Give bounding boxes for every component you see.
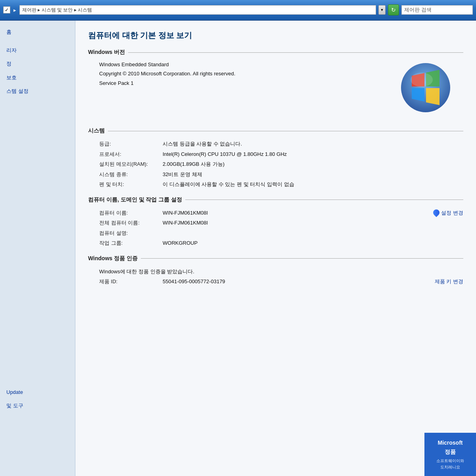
computer-value-1: WIN-FJM061KM08I bbox=[163, 219, 463, 227]
main-area: 홈 리자 정 보호 스템 설정 Update 및 도구 컴퓨터에 대한 기본 정… bbox=[0, 21, 476, 476]
address-dropdown-btn[interactable]: ▼ bbox=[378, 5, 386, 15]
windows-logo-icon bbox=[400, 62, 451, 113]
section-divider bbox=[128, 52, 463, 53]
windows-version-label: Windows 버전 bbox=[88, 49, 125, 56]
system-section-label: 시스템 bbox=[88, 127, 105, 134]
computer-section-divider bbox=[185, 200, 463, 200]
windows-logo-container bbox=[400, 62, 451, 115]
system-section: 시스템 bbox=[88, 127, 463, 134]
shield-icon bbox=[432, 208, 441, 217]
product-key-change-link[interactable]: 제품 키 변경 bbox=[435, 278, 463, 286]
svg-point-1 bbox=[411, 73, 433, 87]
content-area: 컴퓨터에 대한 기본 정보 보기 Windows 버전 Windows Embe… bbox=[75, 21, 476, 476]
system-label-0: 등급: bbox=[99, 140, 163, 148]
system-label-4: 펜 및 터치: bbox=[99, 180, 163, 188]
page-title: 컴퓨터에 대한 기본 정보 보기 bbox=[88, 30, 463, 41]
computer-row-3: 작업 그룹: WORKGROUP bbox=[99, 239, 463, 247]
sidebar-item-manager[interactable]: 리자 bbox=[0, 44, 75, 57]
activation-text: Windows에 대한 정품 인증을 받았습니다. bbox=[99, 268, 463, 276]
system-row-2: 설치된 메모리(RAM): 2.00GB(1.89GB 사용 가능) bbox=[99, 160, 463, 168]
activation-section-label: Windows 정품 인증 bbox=[88, 255, 138, 262]
computer-info-block: 컴퓨터 이름: WIN-FJM061KM08I 설정 변경 전체 컴퓨터 이름:… bbox=[88, 209, 463, 247]
computer-label-0: 컴퓨터 이름: bbox=[99, 209, 163, 217]
sidebar-item-system-settings[interactable]: 스템 설정 bbox=[0, 84, 75, 98]
content-wrapper: 컴퓨터에 대한 기본 정보 보기 Windows 버전 Windows Embe… bbox=[88, 30, 463, 286]
genuine-line1: Microsoft bbox=[428, 438, 472, 447]
system-row-3: 시스템 종류: 32비트 운영 체제 bbox=[99, 171, 463, 178]
windows-version-section: Windows 버전 bbox=[88, 49, 463, 56]
system-label-3: 시스템 종류: bbox=[99, 171, 163, 178]
activation-section: Windows 정품 인증 bbox=[88, 255, 463, 262]
computer-label-2: 컴퓨터 설명: bbox=[99, 229, 163, 237]
computer-row-1: 전체 컴퓨터 이름: WIN-FJM061KM08I bbox=[99, 219, 463, 227]
search-placeholder: 제어판 검색 bbox=[404, 6, 432, 13]
computer-row-0: 컴퓨터 이름: WIN-FJM061KM08I 설정 변경 bbox=[99, 209, 463, 217]
system-row-0: 등급: 시스템 등급을 사용할 수 없습니다. bbox=[99, 140, 463, 148]
system-row-1: 프로세서: Intel(R) Celeron(R) CPU 1037U @ 1.… bbox=[99, 150, 463, 158]
computer-value-0: WIN-FJM061KM08I bbox=[163, 209, 421, 217]
computer-value-2 bbox=[163, 229, 463, 237]
genuine-sub-line2: 도치레니요 bbox=[428, 464, 472, 470]
activation-section-divider bbox=[141, 258, 463, 259]
genuine-line2: 정품 bbox=[428, 447, 472, 456]
product-id-label: 제품 ID: bbox=[99, 278, 163, 286]
svg-point-0 bbox=[401, 63, 450, 112]
system-value-3: 32비트 운영 체제 bbox=[163, 171, 463, 178]
sidebar-item-tools[interactable]: 및 도구 bbox=[0, 399, 75, 413]
system-value-2: 2.00GB(1.89GB 사용 가능) bbox=[163, 160, 463, 168]
system-value-0: 시스템 등급을 사용할 수 없습니다. bbox=[163, 140, 463, 148]
sidebar-item-settings[interactable]: 정 bbox=[0, 57, 75, 71]
genuine-sub-line1: 소프트웨이이와 bbox=[428, 458, 472, 464]
refresh-button[interactable]: ↻ bbox=[388, 4, 399, 15]
system-label-1: 프로세서: bbox=[99, 150, 163, 158]
sidebar-item-update[interactable]: Update bbox=[0, 386, 75, 399]
activation-info-block: Windows에 대한 정품 인증을 받았습니다. 제품 ID: 55041-0… bbox=[88, 268, 463, 286]
activation-text-row: Windows에 대한 정품 인증을 받았습니다. bbox=[99, 268, 463, 276]
system-section-divider bbox=[108, 131, 463, 131]
computer-section: 컴퓨터 이름, 도메인 및 작업 그룹 설정 bbox=[88, 196, 463, 203]
address-text: 제어판 ▸ 시스템 및 보안 ▸ 시스템 bbox=[22, 7, 92, 13]
sidebar-item-protection[interactable]: 보호 bbox=[0, 71, 75, 84]
system-value-1: Intel(R) Celeron(R) CPU 1037U @ 1.80GHz … bbox=[163, 150, 463, 158]
computer-section-label: 컴퓨터 이름, 도메인 및 작업 그룹 설정 bbox=[88, 196, 182, 203]
search-box[interactable]: 제어판 검색 bbox=[401, 5, 473, 15]
computer-value-3: WORKGROUP bbox=[163, 239, 463, 247]
title-bar: ✓ ▸ 제어판 ▸ 시스템 및 보안 ▸ 시스템 ▼ ↻ 제어판 검색 bbox=[0, 0, 476, 21]
sidebar-item-home[interactable]: 홈 bbox=[0, 25, 75, 39]
settings-change-link[interactable]: 설정 변경 bbox=[433, 209, 463, 217]
genuine-sub: 소프트웨이이와 도치레니요 bbox=[428, 458, 472, 470]
address-bar[interactable]: 제어판 ▸ 시스템 및 보안 ▸ 시스템 bbox=[19, 5, 376, 15]
computer-label-1: 전체 컴퓨터 이름: bbox=[99, 219, 163, 227]
system-info-block: 등급: 시스템 등급을 사용할 수 없습니다. 프로세서: Intel(R) C… bbox=[88, 140, 463, 188]
product-id-row: 제품 ID: 55041-095-0005772-03179 제품 키 변경 bbox=[99, 278, 463, 286]
system-row-4: 펜 및 터치: 이 디스플레이에 사용할 수 있는 펜 및 터치식 입력이 없습 bbox=[99, 180, 463, 188]
sidebar: 홈 리자 정 보호 스템 설정 Update 및 도구 bbox=[0, 21, 75, 476]
ms-genuine-badge: Microsoft 정품 소프트웨이이와 도치레니요 bbox=[424, 433, 476, 476]
system-value-4: 이 디스플레이에 사용할 수 있는 펜 및 터치식 입력이 없습 bbox=[163, 180, 463, 188]
settings-change-label: 설정 변경 bbox=[441, 209, 463, 217]
system-label-2: 설치된 메모리(RAM): bbox=[99, 160, 163, 168]
computer-row-2: 컴퓨터 설명: bbox=[99, 229, 463, 237]
arrow-separator: ▸ bbox=[13, 7, 16, 13]
computer-label-3: 작업 그룹: bbox=[99, 239, 163, 247]
product-id-value: 55041-095-0005772-03179 bbox=[163, 278, 425, 286]
checkbox-icon[interactable]: ✓ bbox=[3, 6, 10, 13]
